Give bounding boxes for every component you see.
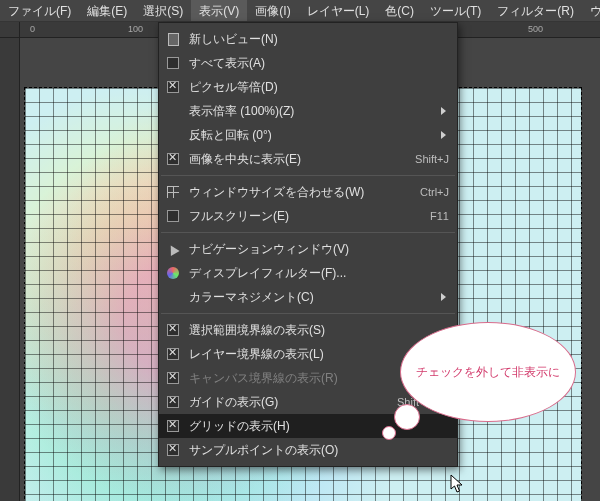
menu-item[interactable]: サンプルポイントの表示(O) [159,438,457,462]
checkbox-icon [165,79,181,95]
menubar-item[interactable]: 表示(V) [191,0,247,21]
menu-item[interactable]: 新しいビュー(N) [159,27,457,51]
menu-item[interactable]: ピクセル等倍(D) [159,75,457,99]
menubar-item[interactable]: フィルター(R) [489,0,582,21]
blank-icon [165,127,181,143]
menu-separator [161,175,455,176]
bubble-tail-icon [394,404,420,430]
checkbox-icon [165,151,181,167]
checkbox-icon [165,418,181,434]
menubar-item[interactable]: ウィンドウ(W) [582,0,600,21]
blank-icon [165,289,181,305]
menubar: ファイル(F)編集(E)選択(S)表示(V)画像(I)レイヤー(L)色(C)ツー… [0,0,600,22]
menu-item-label: 新しいビュー(N) [189,31,449,48]
menu-item-label: ガイドの表示(G) [189,394,389,411]
menubar-item[interactable]: ツール(T) [422,0,489,21]
menu-item-label: ウィンドウサイズを合わせる(W) [189,184,412,201]
menu-item-label: ピクセル等倍(D) [189,79,449,96]
ruler-vertical [0,38,20,501]
menu-item-label: カラーマネジメント(C) [189,289,435,306]
checkbox-icon [165,442,181,458]
menu-item-label: フルスクリーン(E) [189,208,422,225]
menu-item[interactable]: フルスクリーン(E)F11 [159,204,457,228]
menu-item-shortcut: F11 [430,210,449,222]
doc-icon [165,31,181,47]
checkbox-icon [165,322,181,338]
ruler-corner [0,22,20,38]
submenu-arrow-icon [441,107,449,115]
menu-item-label: 表示倍率 (100%)(Z) [189,103,435,120]
annotation-bubble: チェックを外して非表示に [400,322,576,422]
checkbox-icon [165,55,181,71]
grid-icon [165,184,181,200]
submenu-arrow-icon [441,131,449,139]
menu-separator [161,232,455,233]
blank-icon [165,103,181,119]
checkbox-icon [165,370,181,386]
nav-icon [165,241,181,257]
menu-item-label: 反転と回転 (0°) [189,127,435,144]
menu-item-label: すべて表示(A) [189,55,449,72]
annotation-bubble-body: チェックを外して非表示に [400,322,576,422]
annotation-text: チェックを外して非表示に [416,364,560,381]
menu-item[interactable]: カラーマネジメント(C) [159,285,457,309]
disp-icon [165,265,181,281]
mouse-cursor-icon [450,474,464,494]
ruler-tick: 500 [528,24,543,34]
checkbox-icon [165,208,181,224]
bubble-tail-icon [382,426,396,440]
checkbox-icon [165,346,181,362]
menu-item-label: 画像を中央に表示(E) [189,151,407,168]
ruler-tick: 0 [30,24,35,34]
menu-item-label: ディスプレイフィルター(F)... [189,265,449,282]
menu-item[interactable]: ウィンドウサイズを合わせる(W)Ctrl+J [159,180,457,204]
menu-item[interactable]: 表示倍率 (100%)(Z) [159,99,457,123]
menu-item-label: サンプルポイントの表示(O) [189,442,449,459]
menu-separator [161,313,455,314]
menubar-item[interactable]: 色(C) [377,0,422,21]
menubar-item[interactable]: 選択(S) [135,0,191,21]
checkbox-icon [165,394,181,410]
menu-item[interactable]: 反転と回転 (0°) [159,123,457,147]
menu-item[interactable]: すべて表示(A) [159,51,457,75]
menubar-item[interactable]: 画像(I) [247,0,298,21]
menu-item[interactable]: ナビゲーションウィンドウ(V) [159,237,457,261]
menu-item[interactable]: ディスプレイフィルター(F)... [159,261,457,285]
menubar-item[interactable]: 編集(E) [79,0,135,21]
menu-item-shortcut: Shift+J [415,153,449,165]
menubar-item[interactable]: ファイル(F) [0,0,79,21]
menu-item-label: ナビゲーションウィンドウ(V) [189,241,449,258]
submenu-arrow-icon [441,293,449,301]
menubar-item[interactable]: レイヤー(L) [299,0,378,21]
ruler-tick: 100 [128,24,143,34]
menu-item[interactable]: 画像を中央に表示(E)Shift+J [159,147,457,171]
menu-item-shortcut: Ctrl+J [420,186,449,198]
